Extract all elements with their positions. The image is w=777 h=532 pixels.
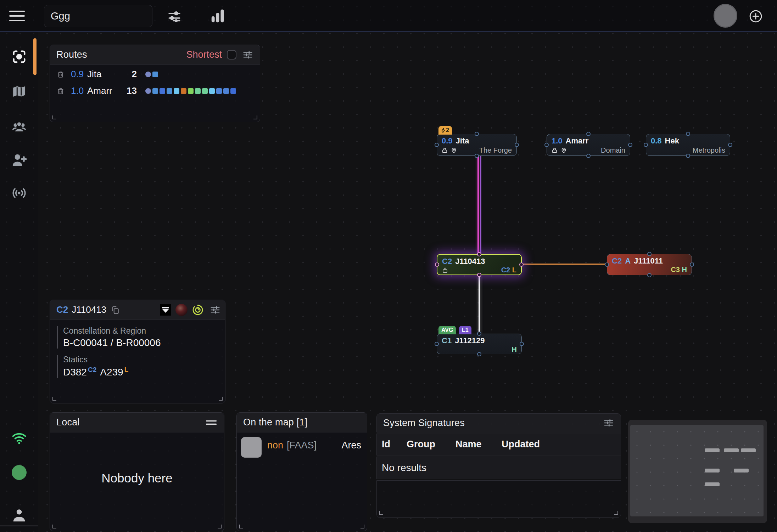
pilot-row[interactable]: non [FAAS] Ares (237, 432, 367, 458)
route-system-chip[interactable] (167, 88, 172, 94)
connector-dot[interactable] (435, 143, 439, 147)
route-mode-label[interactable]: Shortest (186, 49, 222, 60)
connector-dot[interactable] (475, 154, 479, 158)
map-icon[interactable] (11, 83, 27, 100)
resize-handle[interactable] (253, 115, 257, 119)
signatures-body (376, 480, 621, 518)
connector-dot[interactable] (475, 132, 479, 136)
connector-dot[interactable] (477, 252, 481, 256)
resize-handle[interactable] (218, 525, 222, 528)
resize-handle[interactable] (52, 525, 56, 528)
resize-handle[interactable] (52, 115, 56, 119)
connector-dot[interactable] (520, 342, 524, 346)
route-system-chip[interactable] (188, 88, 194, 94)
local-menu-icon[interactable] (205, 419, 218, 426)
minimap-viewport[interactable] (630, 425, 764, 516)
add-map-icon[interactable] (749, 9, 763, 23)
routes-settings-icon[interactable] (242, 50, 253, 60)
add-character-icon[interactable] (11, 152, 27, 168)
system-info-settings-icon[interactable] (209, 305, 221, 315)
profile-icon[interactable] (11, 507, 27, 523)
column-id[interactable]: Id (382, 439, 390, 450)
system-node-amarr[interactable]: 1.0 Amarr Domain (547, 134, 630, 156)
resize-handle[interactable] (379, 511, 383, 515)
connector-dot[interactable] (647, 273, 652, 277)
route-system-chip[interactable] (160, 88, 165, 94)
system-node-jita[interactable]: 2 0.9 Jita The Forge (437, 134, 517, 156)
connector-dot[interactable] (605, 262, 609, 267)
route-system-chip[interactable] (181, 88, 186, 94)
broadcast-icon[interactable] (10, 185, 28, 201)
connector-dot[interactable] (628, 143, 632, 147)
menu-icon[interactable] (9, 11, 25, 21)
connector-dot[interactable] (644, 143, 648, 147)
system-type-icon[interactable] (160, 304, 171, 316)
system-effect-icon[interactable] (192, 304, 204, 316)
status-dot[interactable] (12, 465, 27, 480)
route-system-chip[interactable] (195, 88, 201, 94)
wh-class: C2 (442, 257, 452, 266)
connector-dot[interactable] (477, 273, 481, 277)
column-updated[interactable]: Updated (502, 439, 540, 450)
resize-handle[interactable] (239, 525, 243, 528)
route-system-chip[interactable] (145, 88, 151, 94)
route-mode-checkbox[interactable] (227, 50, 236, 60)
on-the-map-header[interactable]: On the map [1] (237, 413, 367, 432)
connector-dot[interactable] (435, 342, 439, 346)
route-system-chip[interactable] (223, 88, 229, 94)
route-system-chip[interactable] (174, 88, 179, 94)
route-system-chips[interactable] (145, 72, 158, 77)
delete-route-icon[interactable] (57, 87, 71, 95)
delete-route-icon[interactable] (57, 70, 71, 79)
route-system-chip[interactable] (145, 72, 151, 77)
connector-dot[interactable] (477, 332, 481, 336)
system-node-j112129[interactable]: AVG L1 C1 J112129 H (437, 334, 522, 354)
user-avatar[interactable] (714, 4, 737, 28)
connector-dot[interactable] (519, 262, 524, 267)
connector-dot[interactable] (690, 262, 694, 267)
connector-dot[interactable] (686, 154, 690, 158)
connector-dot[interactable] (647, 252, 652, 256)
wormhole-class-image[interactable] (175, 304, 188, 316)
signatures-header[interactable]: System Signatures (376, 413, 621, 432)
connector-dot[interactable] (477, 352, 481, 356)
route-row-amarr[interactable]: 1.0 Amarr 13 (50, 84, 260, 98)
focus-tracking-icon[interactable] (11, 49, 27, 65)
connector-dot[interactable] (544, 143, 549, 147)
route-system-chips[interactable] (145, 88, 236, 94)
route-system-chip[interactable] (209, 88, 215, 94)
route-system-chip[interactable] (202, 88, 208, 94)
connector-dot[interactable] (435, 262, 439, 267)
system-node-hek[interactable]: 0.8 Hek Metropolis (646, 134, 730, 156)
route-row-jita[interactable]: 0.9 Jita 2 (50, 67, 260, 81)
connector-dot[interactable] (586, 132, 591, 136)
connector-dot[interactable] (686, 132, 690, 136)
column-group[interactable]: Group (407, 439, 435, 450)
system-info-header[interactable]: C2 J110413 (50, 300, 225, 320)
resize-handle[interactable] (614, 511, 618, 515)
system-node-j110413[interactable]: C2 J110413 C2 L (437, 254, 522, 275)
resize-handle[interactable] (360, 525, 364, 528)
system-node-j111011[interactable]: C2 A J111011 C3 H (607, 254, 692, 275)
routes-panel-header[interactable]: Routes Shortest (50, 45, 260, 65)
region-label: Constellation & Region (63, 326, 225, 336)
route-system-chip[interactable] (152, 88, 158, 94)
jita-activity-badge: 2 (438, 126, 452, 135)
local-panel-header[interactable]: Local (50, 413, 224, 432)
statistics-icon[interactable] (209, 7, 226, 24)
route-system-chip[interactable] (152, 72, 158, 77)
signatures-settings-icon[interactable] (603, 418, 614, 428)
route-system-chip[interactable] (230, 88, 236, 94)
map-name-input[interactable] (44, 5, 152, 27)
connector-dot[interactable] (586, 154, 591, 158)
resize-handle[interactable] (52, 397, 56, 401)
route-system-chip[interactable] (216, 88, 222, 94)
connector-dot[interactable] (728, 143, 732, 147)
characters-icon[interactable] (11, 119, 28, 135)
column-name[interactable]: Name (455, 439, 482, 450)
filter-sliders-icon[interactable] (167, 9, 182, 23)
resize-handle[interactable] (219, 397, 223, 401)
minimap[interactable] (628, 420, 767, 523)
connector-dot[interactable] (515, 143, 519, 147)
copy-icon[interactable] (111, 305, 120, 315)
